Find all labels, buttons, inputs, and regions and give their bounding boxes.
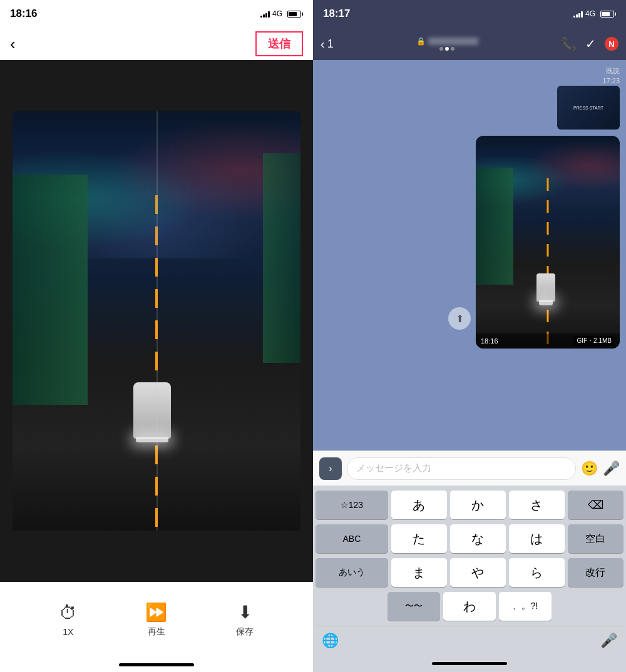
left-panel: 18:16 4G ‹ 送信 bbox=[0, 0, 313, 672]
dot-2 bbox=[445, 47, 449, 51]
trucks-left bbox=[13, 175, 88, 405]
dot-1 bbox=[439, 47, 443, 51]
signal-bars-icon bbox=[260, 10, 270, 18]
play-control[interactable]: ⏩ 再生 bbox=[145, 602, 167, 638]
dots-row bbox=[439, 47, 454, 51]
key-ma[interactable]: ま bbox=[391, 558, 447, 587]
right-network-type: 4G bbox=[585, 9, 595, 18]
key-space[interactable]: 空白 bbox=[568, 524, 623, 553]
contact-name-blurred bbox=[428, 38, 478, 45]
right-time: 18:17 bbox=[323, 8, 350, 20]
read-label: 既読 bbox=[606, 66, 620, 76]
home-bar bbox=[119, 663, 194, 666]
trucks-right bbox=[263, 153, 300, 363]
speed-icon: ⏱ bbox=[59, 603, 77, 623]
right-status-bar: 18:17 4G bbox=[313, 0, 626, 28]
lock-icon: 🔒 bbox=[416, 37, 426, 46]
dot-3 bbox=[451, 47, 454, 51]
play-label: 再生 bbox=[148, 626, 165, 638]
road-image bbox=[13, 111, 300, 531]
play-icon: ⏩ bbox=[145, 602, 167, 623]
left-time: 18:16 bbox=[10, 8, 37, 20]
expand-button[interactable]: › bbox=[319, 457, 342, 480]
gif-badge: GIF・2.1MB bbox=[573, 336, 615, 346]
message-row: ⬆ 18:16 GIF・2.1MB bbox=[319, 136, 620, 349]
keyboard-mic-icon[interactable]: 🎤 bbox=[600, 633, 617, 649]
battery-icon bbox=[287, 11, 303, 18]
key-abc[interactable]: ABC bbox=[316, 524, 388, 553]
right-status-icons: 4G bbox=[573, 9, 616, 18]
chat-area: 既読 17:23 ⬆ 18:16 GIF・2.1MB bbox=[313, 60, 626, 451]
left-image-container bbox=[0, 60, 313, 582]
key-na[interactable]: な bbox=[450, 524, 506, 553]
message-image-container[interactable]: 18:16 GIF・2.1MB bbox=[476, 136, 620, 349]
keyboard-bottom: 🌐 🎤 bbox=[316, 626, 623, 654]
read-time: 17:23 bbox=[602, 77, 620, 84]
keyboard-row-2: ABC た な は 空白 bbox=[316, 524, 623, 553]
left-status-bar: 18:16 4G bbox=[0, 0, 313, 28]
msg-trucks bbox=[476, 168, 513, 285]
key-ra[interactable]: ら bbox=[509, 558, 565, 587]
right-header: ‹ 1 🔒 📞 ✓ N bbox=[313, 28, 626, 60]
key-aiueo[interactable]: あいう bbox=[316, 558, 388, 587]
right-home-bar bbox=[432, 662, 507, 665]
emoji-button[interactable]: 🙂 bbox=[581, 461, 598, 477]
key-ka[interactable]: か bbox=[450, 491, 506, 519]
left-header: ‹ 送信 bbox=[0, 28, 313, 60]
msg-road-center bbox=[547, 178, 549, 349]
read-indicator: 既読 17:23 bbox=[319, 66, 620, 130]
key-ha[interactable]: は bbox=[509, 524, 565, 553]
key-ya[interactable]: や bbox=[450, 558, 506, 587]
right-battery-icon bbox=[600, 11, 616, 18]
key-enter[interactable]: 改行 bbox=[568, 558, 623, 587]
notification-badge: N bbox=[605, 37, 618, 51]
key-tilde[interactable]: 〜〜 bbox=[387, 592, 440, 621]
back-area[interactable]: ‹ 1 bbox=[321, 37, 334, 51]
left-home-indicator bbox=[0, 657, 313, 672]
send-button[interactable]: 送信 bbox=[255, 31, 303, 56]
message-placeholder: メッセージを入力 bbox=[356, 462, 431, 474]
right-panel: 18:17 4G ‹ 1 🔒 bbox=[313, 0, 626, 672]
check-icon[interactable]: ✓ bbox=[585, 36, 596, 51]
right-signal-bars-icon bbox=[573, 10, 583, 18]
left-controls: ⏱ 1X ⏩ 再生 ⬇ 保存 bbox=[0, 582, 313, 657]
header-actions: 📞 ✓ N bbox=[561, 36, 618, 51]
thumbnail-preview[interactable] bbox=[557, 86, 620, 130]
input-area: › メッセージを入力 🙂 🎤 bbox=[313, 451, 626, 486]
car-white bbox=[133, 382, 171, 439]
key-delete[interactable]: ⌫ bbox=[568, 491, 623, 519]
chat-title-area: 🔒 bbox=[416, 37, 478, 51]
speed-label: 1X bbox=[63, 627, 73, 637]
back-button[interactable]: ‹ bbox=[10, 34, 16, 54]
lock-row: 🔒 bbox=[416, 37, 478, 46]
save-icon: ⬇ bbox=[238, 602, 252, 623]
speed-control[interactable]: ⏱ 1X bbox=[59, 603, 77, 637]
msg-car bbox=[536, 273, 555, 302]
keyboard-row-3: あいう ま や ら 改行 bbox=[316, 558, 623, 587]
globe-icon[interactable]: 🌐 bbox=[322, 633, 339, 649]
phone-icon[interactable]: 📞 bbox=[561, 36, 577, 51]
keyboard-row-1: ☆123 あ か さ ⌫ bbox=[316, 491, 623, 519]
save-label: 保存 bbox=[236, 626, 254, 638]
save-control[interactable]: ⬇ 保存 bbox=[236, 602, 254, 638]
right-home-indicator bbox=[313, 654, 626, 672]
message-input[interactable]: メッセージを入力 bbox=[347, 457, 576, 480]
key-punct[interactable]: 、。?! bbox=[499, 592, 552, 621]
left-status-icons: 4G bbox=[260, 9, 303, 18]
key-wa[interactable]: わ bbox=[443, 592, 496, 621]
keyboard-row-4: 〜〜 わ 、。?! bbox=[316, 592, 623, 621]
message-time: 18:16 bbox=[481, 337, 498, 345]
key-num[interactable]: ☆123 bbox=[316, 491, 388, 519]
key-sa[interactable]: さ bbox=[509, 491, 565, 519]
message-road-image bbox=[476, 136, 620, 349]
mic-button[interactable]: 🎤 bbox=[603, 461, 620, 477]
message-caption: 18:16 GIF・2.1MB bbox=[476, 333, 620, 349]
key-a[interactable]: あ bbox=[391, 491, 447, 519]
key-ta[interactable]: た bbox=[391, 524, 447, 553]
network-type: 4G bbox=[272, 9, 282, 18]
back-chevron-icon: ‹ bbox=[321, 37, 325, 51]
keyboard: ☆123 あ か さ ⌫ ABC た な は 空白 あいう ま や ら 改行 〜… bbox=[313, 486, 626, 654]
back-count: 1 bbox=[327, 38, 334, 51]
share-button[interactable]: ⬆ bbox=[448, 307, 471, 330]
